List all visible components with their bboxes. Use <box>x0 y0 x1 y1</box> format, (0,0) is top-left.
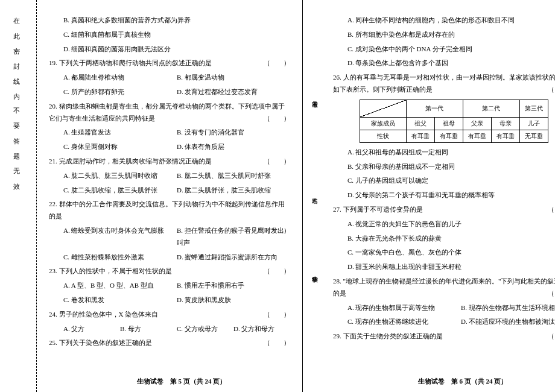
answer-bracket: （ ） <box>264 156 290 168</box>
q21-stem: 21. 完成屈肘动作时，相关肌肉收缩与舒张情况正确的是 （ ） <box>49 156 290 168</box>
q23-row1: A. A 型、B 型、O 型、AB 型血 B. 惯用左手和惯用右手 <box>49 280 290 292</box>
q28-option-c: C. 现存的生物还将继续进化 <box>347 316 461 328</box>
q19-option-a: A. 都属陆生脊椎动物 <box>63 72 177 84</box>
cell-m1: 祖父 <box>406 117 434 130</box>
q24-row: A. 父方 B. 母方 C. 父方或母方 D. 父方和母方 <box>49 323 290 335</box>
answer-bracket: （ ） <box>548 330 555 343</box>
q28-stem: 28. "地球上现存的生物都是经过漫长的年代进化而来的。"下列与此相关的叙述错误… <box>333 276 555 300</box>
table-row-member: 家族成员 祖父 祖母 父亲 母亲 儿子 <box>360 117 548 130</box>
q24-option-c: C. 父方或母方 <box>177 323 233 335</box>
q20-option-b: B. 没有专门的消化器官 <box>177 127 290 139</box>
cell-m4: 母亲 <box>491 117 519 130</box>
q22-stem: 22. 群体中的分工合作需要及时交流信息。下列动物行为中不能起到传递信息作用的是 <box>49 198 290 223</box>
binding-vertical-text: 在此密封线内不要答题无效 <box>12 12 21 193</box>
q28-option-d: D. 不能适应环境的生物都被淘汰了 <box>461 316 555 328</box>
answer-bracket: （ ） <box>264 225 290 237</box>
q22-row2: C. 雌性菜粉蝶释放性外激素 D. 蜜蜂通过舞蹈指示蜜源所在方向 <box>49 251 290 264</box>
q27-option-c: C. 一窝家兔中白色、黑色、灰色的个体 <box>333 247 555 259</box>
q19-option-b: B. 都属变温动物 <box>177 72 290 84</box>
q22-option-d: D. 蜜蜂通过舞蹈指示蜜源所在方向 <box>177 251 290 264</box>
q28-row2: C. 现存的生物还将继续进化 D. 不能适应环境的生物都被淘汰了 <box>333 316 555 328</box>
q24-option-b: B. 母方 <box>120 323 177 335</box>
answer-bracket: （ ） <box>548 288 555 300</box>
page-container: 在此密封线内不要答题无效 B. 真菌和绝大多数细菌的营养方式都为异养 C. 细菌… <box>0 0 555 392</box>
q25-option-a: A. 同种生物不同结构的细胞内，染色体的形态和数目不同 <box>333 14 555 27</box>
q23-option-b: B. 惯用左手和惯用右手 <box>177 280 290 292</box>
table-row-header: 第一代 第二代 第三代 <box>360 100 548 117</box>
q26-option-d: D. 父母亲的第二个孩子有耳垂和无耳垂的概率相等 <box>333 189 555 201</box>
q24-option-a: A. 父方 <box>63 323 120 335</box>
answer-bracket: （ ） <box>264 337 290 349</box>
q19-option-d: D. 发育过程都经过变态发育 <box>177 86 290 98</box>
q23-stem: 23. 下列人的性状中，不属于相对性状的是 （ ） <box>49 265 290 277</box>
q26-text: 26. 人的有耳垂与无耳垂是一对相对性状，由一对基因控制。某家族该性状的表现如下… <box>333 74 555 93</box>
q25-text: 25. 下列关于染色体的叙述正确的是 <box>49 339 152 346</box>
q27-option-a: A. 视觉正常的夫妇生下的患色盲的儿子 <box>333 218 555 230</box>
answer-bracket: （ ） <box>264 57 290 69</box>
table-row-trait: 性状 有耳垂 有耳垂 有耳垂 有耳垂 无耳垂 <box>360 130 548 142</box>
q20-text: 20. 猪肉绦虫和蛔虫都是寄生虫，都分属无脊椎动物的两个类群。下列选项中属于它们… <box>49 103 285 122</box>
q28-text: 28. "地球上现存的生物都是经过漫长的年代进化而来的。"下列与此相关的叙述错误… <box>333 277 555 297</box>
q20-option-a: A. 生殖器官发达 <box>63 127 177 139</box>
answer-bracket: （ ） <box>264 113 290 125</box>
q20-row1: A. 生殖器官发达 B. 没有专门的消化器官 <box>49 127 290 139</box>
middle-margin: 准考证号 姓名 毕业学校 <box>302 0 327 392</box>
q21-option-a: A. 肱二头肌、肱三头肌同时收缩 <box>63 170 177 182</box>
q22-row1: A. 蟾蜍受到攻击时身体会充气膨胀 B. 担任警戒任务的猴子看见鹰时发出叫声 <box>49 225 290 249</box>
q19-text: 19. 下列关于两栖动物和爬行动物共同点的叙述正确的是 <box>49 59 212 66</box>
q23-text: 23. 下列人的性状中，不属于相对性状的是 <box>49 267 172 274</box>
q21-option-b: B. 肱二头肌、肱三头肌同时舒张 <box>177 170 290 182</box>
q26-option-b: B. 父亲和母亲的基因组成不一定相同 <box>333 161 555 173</box>
binding-margin: 在此密封线内不要答题无效 <box>0 0 37 392</box>
left-footer: 生物试卷 第 5 页（共 24 页） <box>49 377 314 386</box>
q18-option-d: D. 细菌和真菌的菌落用肉眼无法区分 <box>49 43 290 55</box>
cell-t5: 无耳垂 <box>519 130 548 142</box>
cell-t3: 有耳垂 <box>463 130 491 142</box>
q26-stem: 26. 人的有耳垂与无耳垂是一对相对性状，由一对基因控制。某家族该性状的表现如下… <box>333 72 555 96</box>
q19-row1: A. 都属陆生脊椎动物 B. 都属变温动物 <box>49 72 290 84</box>
q27-option-d: D. 甜玉米的果穗上出现的非甜玉米籽粒 <box>333 261 555 273</box>
cell-t1: 有耳垂 <box>406 130 434 142</box>
q18-option-c: C. 细菌和真菌都属于真核生物 <box>49 29 290 41</box>
q21-option-c: C. 肱二头肌收缩，肱三头肌舒张 <box>63 185 177 197</box>
q28-option-a: A. 现存的生物都属于高等生物 <box>347 302 461 314</box>
q27-option-b: B. 大蒜在无光条件下长成的蒜黄 <box>333 233 555 245</box>
cell-m3: 父亲 <box>463 117 491 130</box>
q23-row2: C. 卷发和黑发 D. 黄皮肤和黑皮肤 <box>49 294 290 306</box>
q29-stem: 29. 下面关于生物分类的叙述正确的是 （ ） <box>333 330 555 343</box>
q23-option-d: D. 黄皮肤和黑皮肤 <box>177 294 290 306</box>
q24-stem: 24. 男子的性染色体中，X 染色体来自 （ ） <box>49 309 290 321</box>
q20-option-d: D. 体表有角质层 <box>177 141 290 153</box>
q18-option-b: B. 真菌和绝大多数细菌的营养方式都为异养 <box>49 14 290 27</box>
q28-row1: A. 现存的生物都属于高等生物 B. 现存的生物都与其生活环境相适应 <box>333 302 555 314</box>
left-page: B. 真菌和绝大多数细菌的营养方式都为异养 C. 细菌和真菌都属于真核生物 D.… <box>37 0 302 392</box>
th-gen3: 第三代 <box>519 100 548 117</box>
q27-text: 27. 下列属于不可遗传变异的是 <box>333 206 423 213</box>
q22-option-c: C. 雌性菜粉蝶释放性外激素 <box>63 251 177 264</box>
row-label-member: 家族成员 <box>360 117 406 130</box>
q25-stem: 25. 下列关于染色体的叙述正确的是 （ ） <box>49 337 290 349</box>
q22-text: 22. 群体中的分工合作需要及时交流信息。下列动物行为中不能起到传递信息作用的是 <box>49 200 285 220</box>
q21-text: 21. 完成屈肘动作时，相关肌肉收缩与舒张情况正确的是 <box>49 157 212 165</box>
q20-row2: C. 身体呈两侧对称 D. 体表有角质层 <box>49 141 290 153</box>
cell-t4: 有耳垂 <box>491 130 519 142</box>
answer-bracket: （ ） <box>548 204 555 216</box>
q27-stem: 27. 下列属于不可遗传变异的是 （ ） <box>333 204 555 216</box>
th-gen1: 第一代 <box>406 100 463 117</box>
q25-option-d: D. 每条染色体上都包含许多个基因 <box>333 57 555 69</box>
answer-bracket: （ ） <box>548 84 555 96</box>
row-label-trait: 性状 <box>360 130 406 142</box>
cell-m2: 祖母 <box>434 117 463 130</box>
right-footer: 生物试卷 第 6 页（共 24 页） <box>333 377 555 386</box>
q19-option-c: C. 所产的卵都有卵壳 <box>63 86 177 98</box>
q20-stem: 20. 猪肉绦虫和蛔虫都是寄生虫，都分属无脊椎动物的两个类群。下列选项中属于它们… <box>49 101 290 125</box>
q22-option-a: A. 蟾蜍受到攻击时身体会充气膨胀 <box>63 225 177 249</box>
q25-option-c: C. 成对染色体中的两个 DNA 分子完全相同 <box>333 43 555 55</box>
q28-option-b: B. 现存的生物都与其生活环境相适应 <box>461 302 555 314</box>
q21-row2: C. 肱二头肌收缩，肱三头肌舒张 D. 肱二头肌舒张，肱三头肌收缩 <box>49 185 290 197</box>
cell-t2: 有耳垂 <box>434 130 463 142</box>
q26-option-a: A. 祖父和祖母的基因组成一定相同 <box>333 147 555 159</box>
q19-stem: 19. 下列关于两栖动物和爬行动物共同点的叙述正确的是 （ ） <box>49 57 290 69</box>
answer-bracket: （ ） <box>264 309 290 321</box>
th-gen2: 第二代 <box>463 100 519 117</box>
